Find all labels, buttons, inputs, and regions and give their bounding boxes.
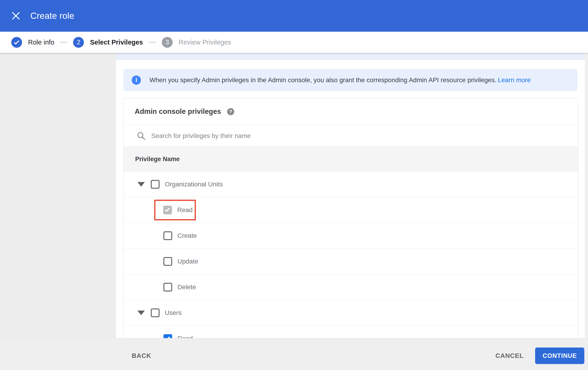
info-banner-message: When you specify Admin privileges in the… [149, 76, 496, 84]
close-icon [11, 11, 21, 21]
checkmark-icon [165, 207, 170, 212]
step-select-privileges[interactable]: 2 Select Privileges [73, 37, 143, 48]
privilege-row-users-read[interactable]: Read [124, 325, 578, 338]
admin-privileges-card: Admin console privileges ? Privilege Nam… [124, 98, 578, 338]
checkbox-ou-update[interactable] [163, 257, 172, 266]
privilege-label: Read [178, 335, 193, 338]
dialog-title: Create role [30, 11, 74, 21]
privilege-row-ou-read[interactable]: Read [124, 197, 578, 223]
search-icon [136, 131, 146, 140]
step-number-badge-2: 2 [73, 37, 84, 48]
privilege-row-ou-create[interactable]: Create [124, 223, 578, 248]
privilege-row-ou-delete[interactable]: Delete [124, 274, 578, 300]
dialog-header: Create role [0, 0, 588, 32]
column-header-privilege-name: Privilege Name [135, 156, 180, 163]
checkmark-icon [165, 336, 170, 338]
checkbox-users-read[interactable] [163, 334, 172, 338]
checkbox-ou-delete[interactable] [163, 283, 172, 291]
collapse-triangle-icon[interactable] [137, 310, 145, 315]
checkbox-ou-read[interactable] [163, 206, 172, 214]
back-button[interactable]: BACK [129, 349, 154, 363]
stepper-connector [60, 42, 68, 43]
step-label-role-info: Role info [28, 39, 54, 46]
help-icon[interactable]: ? [227, 108, 234, 115]
step-review-privileges: 3 Review Privileges [162, 37, 231, 48]
collapse-triangle-icon[interactable] [137, 182, 145, 187]
checkbox-organizational-units[interactable] [151, 180, 159, 189]
step-label-select-privileges: Select Privileges [90, 39, 143, 46]
privilege-row-ou-update[interactable]: Update [124, 248, 578, 274]
privilege-label: Create [178, 232, 197, 240]
stepper-connector [148, 42, 156, 43]
privilege-label: Read [177, 206, 193, 214]
table-header: Privilege Name [124, 147, 578, 171]
privilege-label: Users [165, 309, 182, 317]
search-input[interactable] [151, 132, 427, 140]
privilege-row-users[interactable]: Users [124, 300, 578, 325]
step-number-badge-3: 3 [162, 37, 173, 48]
privilege-row-organizational-units[interactable]: Organizational Units [124, 171, 578, 197]
content-region: i When you specify Admin privileges in t… [0, 53, 588, 338]
card-title: Admin console privileges [135, 107, 221, 116]
continue-button[interactable]: CONTINUE [535, 348, 584, 364]
step-label-review-privileges: Review Privileges [178, 39, 231, 46]
highlight-box: Read [154, 200, 196, 220]
checkmark-icon [14, 39, 19, 44]
close-button[interactable] [0, 0, 21, 32]
card-header: Admin console privileges ? [124, 99, 578, 125]
wizard-stepper: Role info 2 Select Privileges 3 Review P… [0, 32, 588, 53]
privilege-label: Organizational Units [165, 181, 223, 188]
privilege-label: Update [178, 258, 198, 265]
privilege-label: Delete [178, 283, 196, 291]
footer-bar: BACK CANCEL CONTINUE [0, 338, 588, 370]
learn-more-link[interactable]: Learn more [498, 76, 531, 84]
scrolled-content-edge [116, 53, 585, 60]
info-icon: i [132, 76, 141, 85]
checkbox-ou-create[interactable] [163, 231, 172, 240]
cancel-button[interactable]: CANCEL [493, 349, 526, 363]
step-complete-icon [11, 37, 22, 48]
scrollbar-gutter[interactable] [585, 53, 588, 338]
checkbox-users[interactable] [151, 309, 159, 317]
main-panel: i When you specify Admin privileges in t… [116, 53, 585, 338]
info-banner: i When you specify Admin privileges in t… [124, 69, 578, 91]
info-banner-text: When you specify Admin privileges in the… [149, 76, 531, 84]
step-role-info[interactable]: Role info [11, 37, 54, 48]
privilege-search-row [124, 125, 578, 147]
